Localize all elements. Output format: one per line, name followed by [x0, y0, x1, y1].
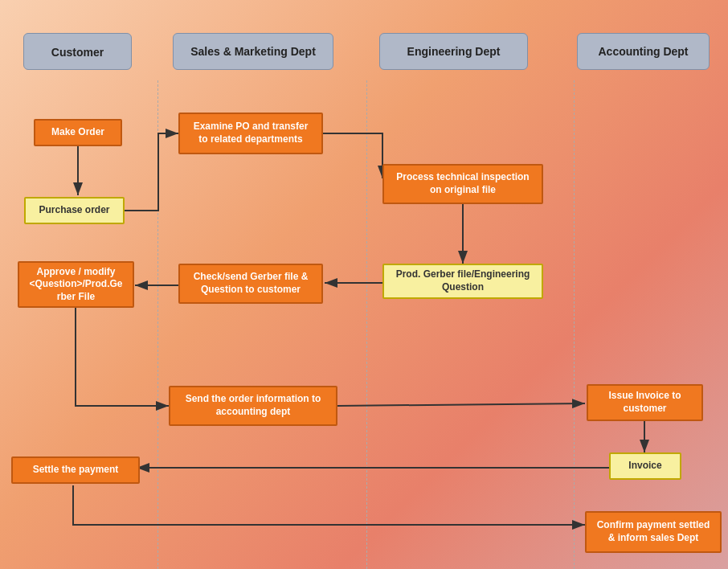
header-customer: Customer	[23, 33, 132, 70]
header-engineering: Engineering Dept	[379, 33, 528, 70]
approve-modify-box: Approve / modify <Question>/Prod.Ge rber…	[18, 261, 134, 308]
invoice-box: Invoice	[609, 452, 681, 480]
send-order-info-box: Send the order information to accounting…	[169, 386, 337, 426]
make-order-box: Make Order	[34, 119, 122, 146]
header-sales: Sales & Marketing Dept	[173, 33, 333, 70]
issue-invoice-box: Issue Invoice to customer	[587, 384, 703, 421]
svg-line-5	[337, 403, 585, 406]
header-accounting: Accounting Dept	[577, 33, 710, 70]
check-send-gerber-box: Check/send Gerber file & Question to cus…	[178, 264, 323, 304]
process-technical-box: Process technical inspection on original…	[382, 164, 543, 204]
examine-po-box: Examine PO and transfer to related depar…	[178, 113, 323, 154]
confirm-payment-box: Confirm payment settled & inform sales D…	[585, 511, 722, 553]
settle-payment-box: Settle the payment	[11, 456, 140, 484]
prod-gerber-box: Prod. Gerber file/Engineering Question	[382, 264, 543, 299]
purchase-order-box: Purchase order	[24, 197, 125, 224]
